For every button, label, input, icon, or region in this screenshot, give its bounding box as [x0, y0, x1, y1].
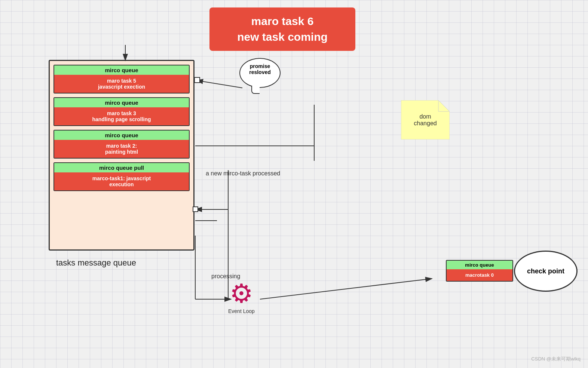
queue-header-1: mirco queue — [54, 65, 189, 75]
queue-body-3: maro task 2: painting html — [54, 140, 189, 158]
queue-header-3: mirco queue — [54, 131, 189, 140]
check-point-text: check point — [527, 267, 564, 275]
mirco-task-label: a new mirco-task processed — [206, 170, 280, 177]
mini-queue-body: macrotask 0 — [447, 269, 512, 281]
mini-queue-header: mirco queue — [447, 261, 512, 269]
mini-queue: mirco queue macrotask 0 — [446, 260, 513, 282]
maro-banner: maro task 6 new task coming — [209, 7, 355, 51]
queue-item-1: mirco queue maro task 5 javascript exect… — [53, 65, 190, 93]
gear-icon: ⚙ — [228, 280, 255, 307]
promise-text: promise resloved — [249, 63, 271, 75]
watermark: CSDN @未来可期wlkq — [531, 356, 581, 362]
queue-item-4: mirco queue pull marco-task1: javascript… — [53, 162, 190, 191]
event-loop-label: Event Loop — [228, 308, 255, 314]
maro-banner-text: maro task 6 new task coming — [217, 13, 348, 45]
svg-line-6 — [196, 80, 242, 88]
queue-item-2: mirco queue maro task 3 handling page sc… — [53, 97, 190, 126]
queue-header-4: mirco queue pull — [54, 163, 189, 172]
queue-header-2: mirco queue — [54, 98, 189, 107]
queue-body-1: maro task 5 javascript exection — [54, 75, 189, 93]
task-queue-container: mirco queue maro task 5 javascript exect… — [49, 60, 195, 251]
dom-note-text: domchanged — [414, 113, 437, 126]
svg-line-12 — [260, 279, 432, 299]
queue-item-3: mirco queue maro task 2: painting html — [53, 130, 190, 159]
svg-rect-7 — [195, 77, 200, 83]
tasks-message-queue-label: tasks message queue — [56, 258, 136, 268]
dom-note: domchanged — [401, 100, 450, 139]
check-point-bubble: check point — [514, 251, 578, 292]
event-loop: ⚙ Event Loop — [228, 280, 255, 314]
queue-body-2: maro task 3 handling page scrolling — [54, 107, 189, 125]
queue-body-4: marco-task1: javascript execution — [54, 172, 189, 190]
promise-bubble: promise resloved — [239, 58, 281, 88]
